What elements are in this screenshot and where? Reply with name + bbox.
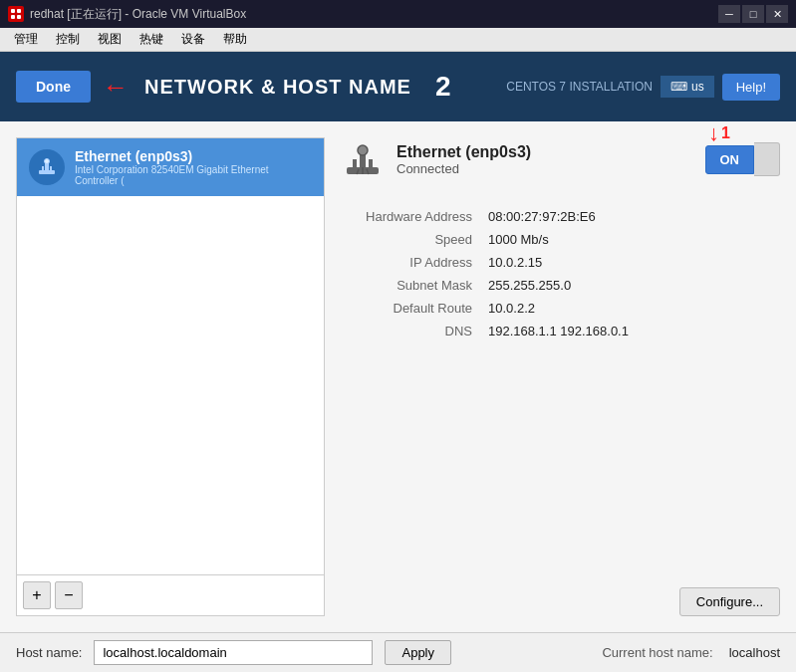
speed-label: Speed (341, 228, 480, 251)
bottom-bar: Host name: Apply Current host name: loca… (0, 632, 796, 672)
current-host-value: localhost (729, 645, 780, 660)
current-host-label: Current host name: (602, 645, 712, 660)
centos-title-text: CENTOS 7 INSTALLATION (506, 80, 653, 94)
details-header-left: Ethernet (enp0s3) Connected (341, 137, 531, 181)
arrow-down-right-icon: ↓ (708, 122, 719, 144)
table-row-route: Default Route 10.0.2.2 (341, 297, 780, 320)
title-bar: redhat [正在运行] - Oracle VM VirtualBox ─ □… (0, 0, 796, 28)
hardware-label: Hardware Address (341, 205, 480, 228)
dns-value: 192.168.1.1 192.168.0.1 (480, 320, 780, 342)
subnet-value: 255.255.255.0 (480, 274, 780, 297)
app-icon (8, 6, 24, 22)
apply-button[interactable]: Apply (385, 640, 451, 665)
dns-label: DNS (341, 320, 480, 342)
svg-rect-0 (11, 9, 15, 13)
hostname-label: Host name: (16, 645, 82, 660)
done-button[interactable]: Done (16, 71, 91, 103)
ip-value: 10.0.2.15 (480, 251, 780, 274)
toggle-on-button[interactable]: ON (705, 145, 755, 174)
network-list-actions: + − (17, 574, 324, 615)
svg-rect-5 (42, 166, 44, 170)
remove-network-button[interactable]: − (55, 581, 83, 609)
network-list-empty (17, 196, 324, 574)
header-left: Done ← NETWORK & HOST NAME 2 (16, 71, 450, 103)
menu-manage[interactable]: 管理 (6, 29, 46, 50)
centos-title: CENTOS 7 INSTALLATION (506, 80, 653, 94)
details-ethernet-name: Ethernet (enp0s3) (397, 143, 531, 161)
menu-view[interactable]: 视图 (90, 29, 130, 50)
window-title: redhat [正在运行] - Oracle VM VirtualBox (30, 6, 246, 23)
svg-rect-10 (353, 159, 357, 167)
arrow-annotation-1: ↓ 1 (708, 122, 730, 144)
table-row-ip: IP Address 10.0.2.15 (341, 251, 780, 274)
toggle-area: ↓ 1 ON (705, 142, 781, 176)
details-header: Ethernet (enp0s3) Connected ↓ 1 ON (341, 137, 780, 189)
svg-rect-11 (369, 159, 373, 167)
route-value: 10.0.2.2 (480, 297, 780, 320)
menu-hotkey[interactable]: 热键 (132, 29, 171, 50)
svg-rect-12 (360, 154, 366, 167)
details-name-block: Ethernet (enp0s3) Connected (397, 143, 531, 176)
network-list: Ethernet (enp0s3) Intel Corporation 8254… (16, 137, 325, 616)
minimize-button[interactable]: ─ (718, 5, 740, 23)
keyboard-lang: us (691, 80, 704, 94)
menu-control[interactable]: 控制 (48, 29, 88, 50)
menu-help[interactable]: 帮助 (215, 29, 255, 50)
page-title: NETWORK & HOST NAME (144, 76, 411, 99)
add-network-button[interactable]: + (23, 581, 51, 609)
hardware-value: 08:00:27:97:2B:E6 (480, 205, 780, 228)
svg-rect-6 (50, 166, 52, 170)
network-icon (29, 149, 65, 185)
network-details: Ethernet (enp0s3) Connected ↓ 1 ON (341, 137, 780, 616)
network-list-item[interactable]: Ethernet (enp0s3) Intel Corporation 8254… (17, 138, 324, 196)
title-bar-left: redhat [正在运行] - Oracle VM VirtualBox (8, 6, 246, 23)
details-spacer (341, 342, 780, 587)
details-table: Hardware Address 08:00:27:97:2B:E6 Speed… (341, 205, 780, 342)
network-item-desc: Intel Corporation 82540EM Gigabit Ethern… (75, 164, 312, 186)
step-number: 2 (435, 71, 451, 103)
table-row-hardware: Hardware Address 08:00:27:97:2B:E6 (341, 205, 780, 228)
network-item-info: Ethernet (enp0s3) Intel Corporation 8254… (75, 148, 312, 186)
restore-button[interactable]: □ (742, 5, 764, 23)
network-item-name: Ethernet (enp0s3) (75, 148, 312, 164)
route-label: Default Route (341, 297, 480, 320)
svg-point-8 (45, 159, 50, 164)
svg-rect-1 (17, 9, 21, 13)
arrow-to-done-icon: ← (103, 72, 129, 103)
ip-label: IP Address (341, 251, 480, 274)
menu-devices[interactable]: 设备 (173, 29, 213, 50)
table-row-dns: DNS 192.168.1.1 192.168.0.1 (341, 320, 780, 342)
keyboard-icon: ⌨ (670, 80, 687, 94)
close-button[interactable]: ✕ (766, 5, 788, 23)
help-button[interactable]: Help! (722, 74, 780, 101)
menu-bar: 管理 控制 视图 热键 设备 帮助 (0, 28, 796, 52)
svg-rect-2 (11, 15, 15, 19)
svg-rect-7 (45, 163, 49, 170)
app-header: Done ← NETWORK & HOST NAME 2 CENTOS 7 IN… (0, 52, 796, 121)
svg-point-13 (358, 145, 368, 155)
toggle-off-area[interactable] (754, 142, 780, 176)
annotation-number-1: 1 (721, 124, 730, 142)
hostname-input[interactable] (94, 640, 373, 665)
table-row-speed: Speed 1000 Mb/s (341, 228, 780, 251)
main-content: Ethernet (enp0s3) Intel Corporation 8254… (0, 121, 796, 632)
subnet-label: Subnet Mask (341, 274, 480, 297)
table-row-subnet: Subnet Mask 255.255.255.0 (341, 274, 780, 297)
configure-button[interactable]: Configure... (679, 587, 780, 616)
header-right: CENTOS 7 INSTALLATION ⌨ us Help! (506, 74, 780, 101)
configure-area: Configure... (341, 587, 780, 616)
svg-rect-3 (17, 15, 21, 19)
speed-value: 1000 Mb/s (480, 228, 780, 251)
details-ethernet-icon (341, 137, 385, 181)
svg-rect-4 (39, 170, 55, 174)
keyboard-button[interactable]: ⌨ us (661, 76, 714, 98)
window-controls: ─ □ ✕ (718, 5, 788, 23)
details-status: Connected (397, 161, 531, 176)
toggle-switch: ON (705, 142, 781, 176)
